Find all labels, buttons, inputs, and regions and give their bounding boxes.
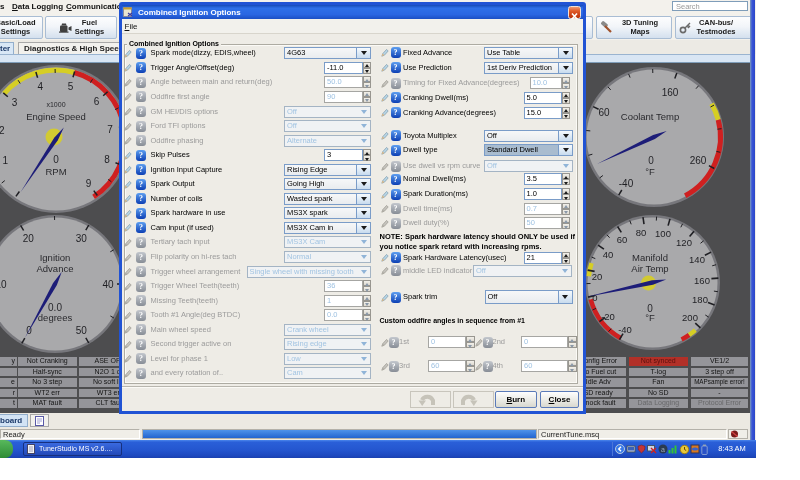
svg-text:0: 0 [648,155,654,166]
svg-text:5: 5 [68,81,74,92]
svg-text:30: 30 [76,233,88,244]
svg-text:°F: °F [645,312,655,323]
svg-text:50: 50 [76,325,88,336]
svg-text:Ignition: Ignition [40,252,71,263]
svg-text:60: 60 [617,234,628,245]
svg-text:40: 40 [102,279,114,290]
svg-text:°F: °F [645,166,655,177]
svg-text:7: 7 [107,124,113,135]
svg-text:1: 1 [3,155,9,166]
svg-text:-40: -40 [619,178,634,189]
svg-text:160: 160 [694,275,710,286]
svg-text:Advance: Advance [37,263,74,274]
svg-text:-40: -40 [618,324,632,335]
svg-text:4: 4 [37,81,43,92]
svg-text:180: 180 [692,294,708,305]
svg-text:Coolant Temp: Coolant Temp [621,111,679,122]
svg-text:0: 0 [53,154,59,165]
svg-text:140: 140 [689,254,705,265]
svg-text:degrees: degrees [38,312,73,323]
svg-text:Engine Speed: Engine Speed [26,111,86,122]
svg-text:x1000: x1000 [46,101,65,108]
svg-text:20: 20 [23,233,35,244]
svg-text:0: 0 [592,292,597,303]
svg-text:9: 9 [86,178,92,189]
svg-text:80: 80 [636,227,647,238]
svg-text:20: 20 [592,271,603,282]
svg-text:120: 120 [676,237,692,248]
svg-text:Manifold: Manifold [632,252,668,263]
svg-text:RPM: RPM [45,166,66,177]
svg-text:-20: -20 [601,311,615,322]
svg-text:60: 60 [598,107,610,118]
svg-text:40: 40 [603,249,614,260]
svg-text:a: a [661,446,665,453]
svg-text:2: 2 [0,125,5,136]
svg-text:200: 200 [682,312,698,323]
svg-text:8: 8 [104,154,110,165]
svg-text:6: 6 [94,96,100,107]
svg-text:100: 100 [655,228,671,239]
svg-text:10: 10 [0,279,7,290]
svg-text:3: 3 [12,97,18,108]
svg-text:Air Temp: Air Temp [631,263,668,274]
svg-text:160: 160 [662,87,679,98]
svg-text:260: 260 [690,155,707,166]
